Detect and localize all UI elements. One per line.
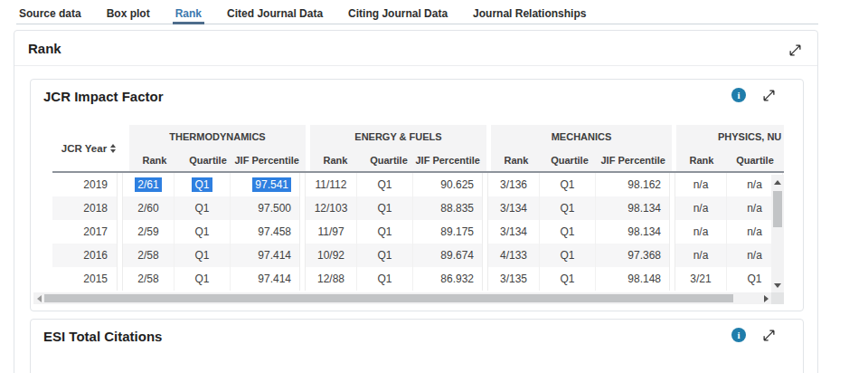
column-subheader: Quartile [180, 148, 236, 171]
jcr-card-title: JCR Impact Factor [43, 89, 164, 104]
column-group: ENERGY & FUELSRankQuartileJIF Percentile [310, 125, 486, 171]
data-cell: 89.175 [412, 220, 482, 244]
scroll-up-button[interactable] [771, 177, 784, 187]
data-cell: Q1 [539, 267, 595, 291]
column-group-header: MECHANICS [491, 125, 672, 148]
data-cell: 3/21 [675, 267, 726, 291]
column-subheader: JIF Percentile [236, 148, 306, 171]
data-cell: Q1 [356, 244, 412, 267]
row-group: 2/59Q197.458 [122, 220, 300, 244]
tab-source-data[interactable]: Source data [16, 5, 84, 24]
row-group: 3/134Q198.134 [487, 220, 670, 244]
row-group: 11/97Q189.175 [305, 220, 483, 244]
row-group: 11/112Q190.625 [305, 173, 483, 196]
row-group: 4/133Q197.368 [487, 244, 670, 267]
data-cell: 97.541 [230, 173, 299, 196]
data-cell: 2/59 [123, 220, 174, 244]
column-subheader: JIF Percentile [598, 148, 672, 171]
jcr-info-button[interactable]: i [731, 87, 747, 103]
scroll-right-button[interactable] [760, 292, 771, 304]
resize-diagonal-icon [762, 329, 776, 342]
jcr-year-label: JCR Year [61, 143, 107, 154]
tab-citing-journal-data[interactable]: Citing Journal Data [345, 5, 450, 24]
tab-bar: Source dataBox plotRankCited Journal Dat… [16, 5, 818, 24]
jcr-year-sort-header[interactable]: JCR Year [52, 125, 125, 171]
data-cell: Q1 [174, 267, 230, 291]
row-group: 12/88Q186.932 [305, 267, 483, 291]
data-cell: 88.835 [412, 196, 482, 220]
row-group: n/an/a [675, 220, 784, 244]
rank-panel-header: Rank [14, 31, 817, 66]
data-cell: 12/88 [306, 267, 356, 291]
row-group: 2/58Q197.414 [122, 267, 300, 291]
horizontal-scrollbar[interactable] [33, 292, 771, 304]
year-cell: 2015 [52, 267, 118, 291]
data-cell: n/a [675, 196, 726, 220]
data-cell: Q1 [356, 196, 412, 220]
year-cell: 2018 [52, 196, 118, 220]
data-cell: 2/58 [123, 267, 174, 291]
data-cell: 90.625 [412, 173, 482, 196]
scroll-down-button[interactable] [771, 280, 784, 291]
column-subheader: Rank [676, 148, 727, 171]
data-cell: 97.500 [230, 196, 299, 220]
data-cell: Q1 [539, 173, 595, 196]
data-cell: 2/58 [123, 244, 174, 267]
data-cell: 89.674 [412, 244, 482, 267]
data-cell: n/a [675, 244, 726, 267]
table-header: JCR YearTHERMODYNAMICSRankQuartileJIF Pe… [52, 125, 784, 173]
column-subheader-row: RankQuartileJIF Percentile [491, 148, 672, 171]
column-subheader: Rank [310, 148, 361, 171]
vertical-scrollbar-thumb[interactable] [773, 191, 782, 227]
triangle-right-icon [764, 295, 769, 302]
column-group-header: PHYSICS, NU [676, 125, 784, 148]
tab-cited-journal-data[interactable]: Cited Journal Data [224, 5, 326, 24]
vertical-scrollbar[interactable] [771, 175, 784, 292]
triangle-down-icon [774, 283, 781, 288]
data-cell: 2/61 [123, 173, 174, 196]
column-subheader: Quartile [727, 148, 783, 171]
triangle-up-icon [774, 180, 781, 185]
tab-box-plot[interactable]: Box plot [104, 5, 153, 24]
data-cell: 97.414 [230, 267, 299, 291]
data-cell: 11/112 [306, 173, 356, 196]
data-cell: 10/92 [306, 244, 356, 267]
data-cell: Q1 [356, 220, 412, 244]
data-cell: 11/97 [306, 220, 356, 244]
data-cell: 4/133 [488, 244, 539, 267]
column-subheader: Rank [129, 148, 180, 171]
table-row: 20182/60Q197.50012/103Q188.8353/134Q198.… [52, 196, 784, 220]
scroll-left-button[interactable] [33, 292, 44, 304]
column-subheader-row: RankQuartileJIF Percentile [310, 148, 486, 171]
data-cell: n/a [675, 220, 726, 244]
data-cell: 97.458 [230, 220, 299, 244]
row-group: 2/60Q197.500 [122, 196, 300, 220]
esi-info-button[interactable]: i [731, 327, 747, 343]
table-row: 20192/61Q197.54111/112Q190.6253/136Q198.… [52, 173, 784, 196]
data-cell: Q1 [539, 244, 595, 267]
row-group: 3/21Q1 [675, 267, 784, 291]
row-group: 3/135Q198.148 [487, 267, 670, 291]
esi-expand-button[interactable] [760, 327, 777, 343]
column-subheader-row: RankQuartile [676, 148, 784, 171]
data-cell: 98.162 [595, 173, 669, 196]
panel-expand-button[interactable] [787, 42, 803, 58]
table-body: 20192/61Q197.54111/112Q190.6253/136Q198.… [52, 173, 784, 291]
data-cell: Q1 [539, 220, 595, 244]
row-group: n/an/a [675, 196, 784, 220]
info-circle-icon: i [731, 88, 746, 102]
data-cell: 98.148 [595, 267, 669, 291]
data-cell: Q1 [174, 196, 230, 220]
jcr-expand-button[interactable] [760, 87, 777, 103]
row-group: 2/61Q197.541 [122, 173, 300, 196]
column-group: MECHANICSRankQuartileJIF Percentile [491, 125, 672, 171]
horizontal-scrollbar-thumb[interactable] [44, 294, 733, 302]
selected-cell-highlight: Q1 [192, 177, 212, 192]
tab-rank[interactable]: Rank [173, 5, 204, 24]
jcr-impact-factor-card: JCR Impact Factor i JCR YearTHERMODYNAMI… [30, 79, 804, 311]
data-cell: 3/135 [488, 267, 539, 291]
row-group: 3/136Q198.162 [487, 173, 670, 196]
year-cell: 2019 [52, 173, 118, 196]
tab-journal-relationships[interactable]: Journal Relationships [470, 5, 589, 24]
esi-total-citations-card: ESI Total Citations i [30, 319, 804, 373]
